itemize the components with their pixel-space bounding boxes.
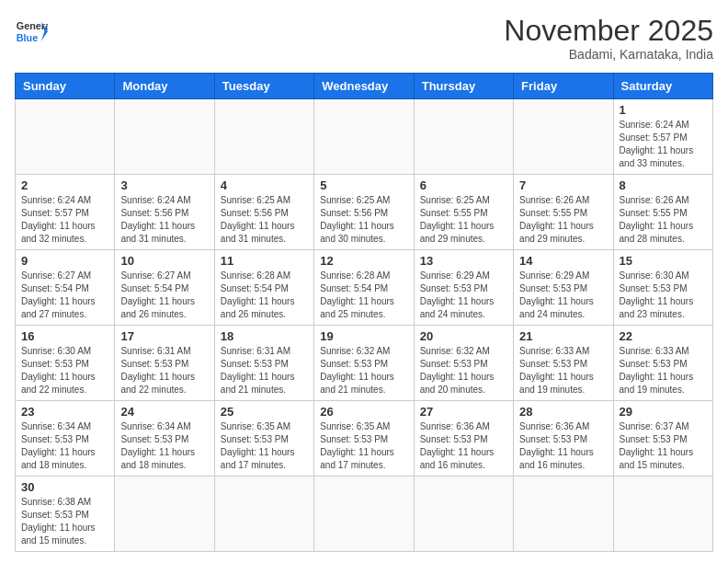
day-info: Sunrise: 6:36 AM Sunset: 5:53 PM Dayligh… xyxy=(420,420,507,472)
weekday-header-row: SundayMondayTuesdayWednesdayThursdayFrid… xyxy=(16,74,713,99)
calendar-cell: 10Sunrise: 6:27 AM Sunset: 5:54 PM Dayli… xyxy=(115,250,214,326)
day-number: 29 xyxy=(620,405,707,419)
calendar-cell: 27Sunrise: 6:36 AM Sunset: 5:53 PM Dayli… xyxy=(414,401,513,477)
day-number: 23 xyxy=(21,405,108,419)
weekday-header-friday: Friday xyxy=(514,74,613,99)
logo-icon: General Blue xyxy=(15,15,48,48)
calendar-cell: 7Sunrise: 6:26 AM Sunset: 5:55 PM Daylig… xyxy=(514,175,613,250)
day-info: Sunrise: 6:26 AM Sunset: 5:55 PM Dayligh… xyxy=(620,194,707,246)
calendar-cell: 9Sunrise: 6:27 AM Sunset: 5:54 PM Daylig… xyxy=(16,250,115,326)
calendar-cell: 23Sunrise: 6:34 AM Sunset: 5:53 PM Dayli… xyxy=(16,401,115,477)
svg-text:Blue: Blue xyxy=(17,32,38,43)
calendar-cell xyxy=(214,477,313,552)
day-number: 21 xyxy=(519,329,607,343)
calendar-cell xyxy=(16,99,115,175)
day-number: 24 xyxy=(120,405,208,419)
day-number: 2 xyxy=(21,178,108,192)
day-info: Sunrise: 6:31 AM Sunset: 5:53 PM Dayligh… xyxy=(120,345,208,396)
weekday-header-sunday: Sunday xyxy=(16,74,115,99)
calendar-cell: 19Sunrise: 6:32 AM Sunset: 5:53 PM Dayli… xyxy=(314,326,414,401)
day-number: 22 xyxy=(620,329,707,343)
day-number: 14 xyxy=(519,254,607,268)
calendar-cell: 16Sunrise: 6:30 AM Sunset: 5:53 PM Dayli… xyxy=(16,326,115,401)
day-number: 8 xyxy=(620,178,707,192)
day-info: Sunrise: 6:33 AM Sunset: 5:53 PM Dayligh… xyxy=(519,345,607,396)
calendar-cell: 30Sunrise: 6:38 AM Sunset: 5:53 PM Dayli… xyxy=(16,477,115,552)
calendar-cell: 12Sunrise: 6:28 AM Sunset: 5:54 PM Dayli… xyxy=(314,250,414,326)
day-info: Sunrise: 6:25 AM Sunset: 5:56 PM Dayligh… xyxy=(320,194,407,246)
day-info: Sunrise: 6:28 AM Sunset: 5:54 PM Dayligh… xyxy=(221,270,308,321)
day-info: Sunrise: 6:27 AM Sunset: 5:54 PM Dayligh… xyxy=(120,270,208,321)
day-number: 4 xyxy=(221,178,308,192)
day-info: Sunrise: 6:25 AM Sunset: 5:55 PM Dayligh… xyxy=(420,194,507,246)
calendar-table: SundayMondayTuesdayWednesdayThursdayFrid… xyxy=(15,73,713,552)
week-row-4: 16Sunrise: 6:30 AM Sunset: 5:53 PM Dayli… xyxy=(16,326,713,401)
day-number: 18 xyxy=(221,329,308,343)
calendar-cell xyxy=(314,477,414,552)
calendar-cell xyxy=(414,99,513,175)
day-info: Sunrise: 6:24 AM Sunset: 5:57 PM Dayligh… xyxy=(21,194,108,246)
location-subtitle: Badami, Karnataka, India xyxy=(504,47,713,62)
day-info: Sunrise: 6:28 AM Sunset: 5:54 PM Dayligh… xyxy=(320,270,407,321)
weekday-header-thursday: Thursday xyxy=(414,74,513,99)
week-row-1: 1Sunrise: 6:24 AM Sunset: 5:57 PM Daylig… xyxy=(16,99,713,175)
day-info: Sunrise: 6:29 AM Sunset: 5:53 PM Dayligh… xyxy=(519,270,607,321)
calendar-cell xyxy=(314,99,414,175)
day-number: 11 xyxy=(221,254,308,268)
calendar-cell: 3Sunrise: 6:24 AM Sunset: 5:56 PM Daylig… xyxy=(115,175,214,250)
week-row-2: 2Sunrise: 6:24 AM Sunset: 5:57 PM Daylig… xyxy=(16,175,713,250)
day-number: 13 xyxy=(420,254,507,268)
calendar-cell: 2Sunrise: 6:24 AM Sunset: 5:57 PM Daylig… xyxy=(16,175,115,250)
day-number: 26 xyxy=(320,405,407,419)
weekday-header-saturday: Saturday xyxy=(613,74,712,99)
calendar-cell: 5Sunrise: 6:25 AM Sunset: 5:56 PM Daylig… xyxy=(314,175,414,250)
day-info: Sunrise: 6:36 AM Sunset: 5:53 PM Dayligh… xyxy=(519,420,607,472)
day-number: 9 xyxy=(21,254,108,268)
day-info: Sunrise: 6:34 AM Sunset: 5:53 PM Dayligh… xyxy=(21,420,108,472)
day-number: 27 xyxy=(420,405,507,419)
calendar-cell: 15Sunrise: 6:30 AM Sunset: 5:53 PM Dayli… xyxy=(613,250,712,326)
day-info: Sunrise: 6:25 AM Sunset: 5:56 PM Dayligh… xyxy=(221,194,308,246)
day-number: 12 xyxy=(320,254,407,268)
day-info: Sunrise: 6:31 AM Sunset: 5:53 PM Dayligh… xyxy=(221,345,308,396)
day-number: 20 xyxy=(420,329,507,343)
day-info: Sunrise: 6:38 AM Sunset: 5:53 PM Dayligh… xyxy=(21,496,108,547)
week-row-6: 30Sunrise: 6:38 AM Sunset: 5:53 PM Dayli… xyxy=(16,477,713,552)
day-info: Sunrise: 6:29 AM Sunset: 5:53 PM Dayligh… xyxy=(420,270,507,321)
calendar-cell: 24Sunrise: 6:34 AM Sunset: 5:53 PM Dayli… xyxy=(115,401,214,477)
calendar-container: General Blue November 2025 Badami, Karna… xyxy=(0,0,728,563)
day-info: Sunrise: 6:27 AM Sunset: 5:54 PM Dayligh… xyxy=(21,270,108,321)
calendar-cell xyxy=(214,99,313,175)
weekday-header-monday: Monday xyxy=(115,74,214,99)
calendar-cell: 14Sunrise: 6:29 AM Sunset: 5:53 PM Dayli… xyxy=(514,250,613,326)
calendar-cell: 21Sunrise: 6:33 AM Sunset: 5:53 PM Dayli… xyxy=(514,326,613,401)
weekday-header-wednesday: Wednesday xyxy=(314,74,414,99)
day-info: Sunrise: 6:30 AM Sunset: 5:53 PM Dayligh… xyxy=(21,345,108,396)
day-number: 1 xyxy=(620,103,707,117)
calendar-cell: 6Sunrise: 6:25 AM Sunset: 5:55 PM Daylig… xyxy=(414,175,513,250)
calendar-cell xyxy=(514,477,613,552)
day-number: 10 xyxy=(120,254,208,268)
calendar-cell xyxy=(414,477,513,552)
day-number: 3 xyxy=(120,178,208,192)
calendar-cell: 8Sunrise: 6:26 AM Sunset: 5:55 PM Daylig… xyxy=(613,175,712,250)
calendar-cell: 17Sunrise: 6:31 AM Sunset: 5:53 PM Dayli… xyxy=(115,326,214,401)
day-info: Sunrise: 6:26 AM Sunset: 5:55 PM Dayligh… xyxy=(519,194,607,246)
day-number: 30 xyxy=(21,480,108,494)
day-info: Sunrise: 6:24 AM Sunset: 5:56 PM Dayligh… xyxy=(120,194,208,246)
calendar-cell: 13Sunrise: 6:29 AM Sunset: 5:53 PM Dayli… xyxy=(414,250,513,326)
calendar-cell: 1Sunrise: 6:24 AM Sunset: 5:57 PM Daylig… xyxy=(613,99,712,175)
calendar-cell: 25Sunrise: 6:35 AM Sunset: 5:53 PM Dayli… xyxy=(214,401,313,477)
day-number: 6 xyxy=(420,178,507,192)
day-number: 25 xyxy=(221,405,308,419)
calendar-cell: 11Sunrise: 6:28 AM Sunset: 5:54 PM Dayli… xyxy=(214,250,313,326)
calendar-cell: 28Sunrise: 6:36 AM Sunset: 5:53 PM Dayli… xyxy=(514,401,613,477)
day-number: 7 xyxy=(519,178,607,192)
calendar-cell: 20Sunrise: 6:32 AM Sunset: 5:53 PM Dayli… xyxy=(414,326,513,401)
day-info: Sunrise: 6:33 AM Sunset: 5:53 PM Dayligh… xyxy=(620,345,707,396)
day-number: 19 xyxy=(320,329,407,343)
day-info: Sunrise: 6:24 AM Sunset: 5:57 PM Dayligh… xyxy=(620,119,707,170)
calendar-cell: 18Sunrise: 6:31 AM Sunset: 5:53 PM Dayli… xyxy=(214,326,313,401)
month-title: November 2025 xyxy=(504,15,713,47)
day-number: 28 xyxy=(519,405,607,419)
